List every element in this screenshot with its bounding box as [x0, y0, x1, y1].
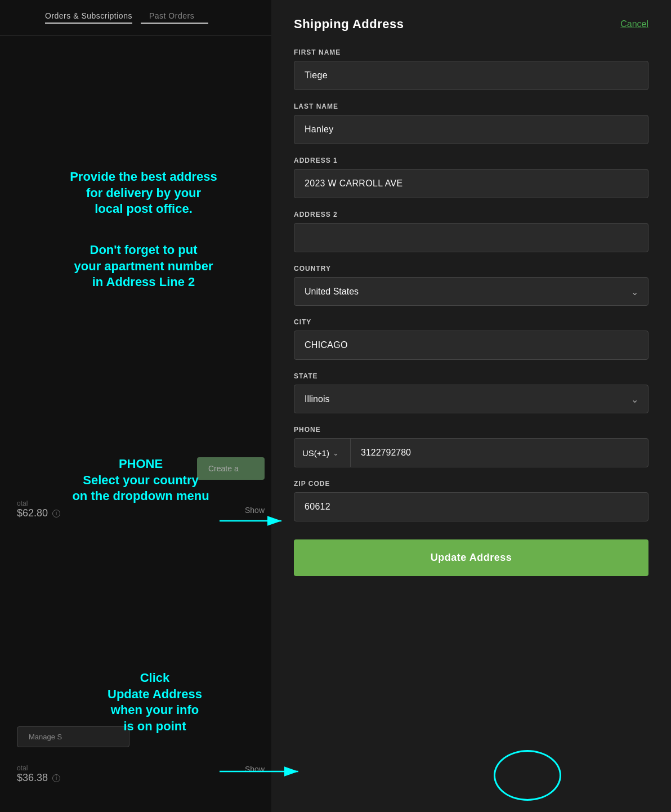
- first-name-label: FIRST NAME: [294, 48, 648, 56]
- orders-subscriptions-tab: Orders & Subscriptions: [45, 11, 132, 24]
- price-label-1: otal: [17, 499, 60, 507]
- past-orders-tab: Past Orders: [149, 11, 194, 24]
- address2-label: ADDRESS 2: [294, 211, 648, 218]
- state-group: STATE Illinois California New York Texas…: [294, 372, 648, 413]
- city-input[interactable]: [294, 331, 648, 360]
- price-block-1: otal $62.80 i: [17, 499, 60, 519]
- country-label: COUNTRY: [294, 265, 648, 273]
- state-select-wrapper: Illinois California New York Texas ⌄: [294, 385, 648, 413]
- last-name-input[interactable]: [294, 115, 648, 144]
- phone-row: US(+1) ⌄: [294, 438, 648, 467]
- phone-label: PHONE: [294, 426, 648, 434]
- city-group: CITY: [294, 318, 648, 360]
- last-name-group: LAST NAME: [294, 102, 648, 144]
- zip-input[interactable]: [294, 492, 648, 521]
- country-select-wrapper: United States Canada United Kingdom Aust…: [294, 277, 648, 306]
- shipping-panel: Shipping Address Cancel FIRST NAME LAST …: [271, 0, 671, 812]
- phone-country-selector[interactable]: US(+1) ⌄: [294, 439, 351, 467]
- last-name-label: LAST NAME: [294, 102, 648, 110]
- address1-label: ADDRESS 1: [294, 157, 648, 164]
- panel-header: Shipping Address Cancel: [294, 17, 648, 32]
- annotation-delivery: Provide the best address for delivery by…: [45, 169, 242, 217]
- update-circle-annotation: [494, 750, 561, 801]
- annotation-click: Click Update Address when your info is o…: [73, 670, 236, 734]
- phone-country-code: US(+1): [302, 448, 329, 458]
- annotation-apartment: Don't forget to put your apartment numbe…: [45, 242, 242, 291]
- update-address-button[interactable]: Update Address: [294, 539, 648, 576]
- state-select[interactable]: Illinois California New York Texas: [294, 385, 648, 413]
- price-info-icon-2: i: [52, 774, 60, 782]
- zip-label: ZIP CODE: [294, 480, 648, 488]
- first-name-input[interactable]: [294, 61, 648, 90]
- address1-input[interactable]: [294, 169, 648, 198]
- update-arrow: [220, 760, 304, 783]
- price-block-2: otal $36.38 i: [17, 764, 60, 784]
- panel-title: Shipping Address: [294, 17, 404, 32]
- address1-group: ADDRESS 1: [294, 157, 648, 198]
- cancel-button[interactable]: Cancel: [620, 19, 648, 29]
- state-label: STATE: [294, 372, 648, 380]
- price-value-1: $62.80 i: [17, 507, 60, 519]
- zip-group: ZIP CODE: [294, 480, 648, 521]
- phone-group: PHONE US(+1) ⌄: [294, 426, 648, 467]
- annotation-phone: PHONE Select your country on the dropdow…: [56, 456, 225, 505]
- address2-input[interactable]: [294, 223, 648, 252]
- country-select[interactable]: United States Canada United Kingdom Aust…: [294, 277, 648, 306]
- background-tabs: Orders & Subscriptions Past Orders: [0, 0, 276, 35]
- first-name-group: FIRST NAME: [294, 48, 648, 90]
- city-label: CITY: [294, 318, 648, 326]
- phone-number-input[interactable]: [351, 439, 648, 467]
- phone-country-chevron-icon: ⌄: [333, 449, 339, 457]
- tab-underline: [141, 23, 208, 24]
- price-value-2: $36.38 i: [17, 772, 60, 784]
- country-group: COUNTRY United States Canada United King…: [294, 265, 648, 306]
- price-label-2: otal: [17, 764, 60, 772]
- phone-arrow: [220, 510, 287, 532]
- address2-group: ADDRESS 2: [294, 211, 648, 252]
- price-info-icon: i: [52, 510, 60, 517]
